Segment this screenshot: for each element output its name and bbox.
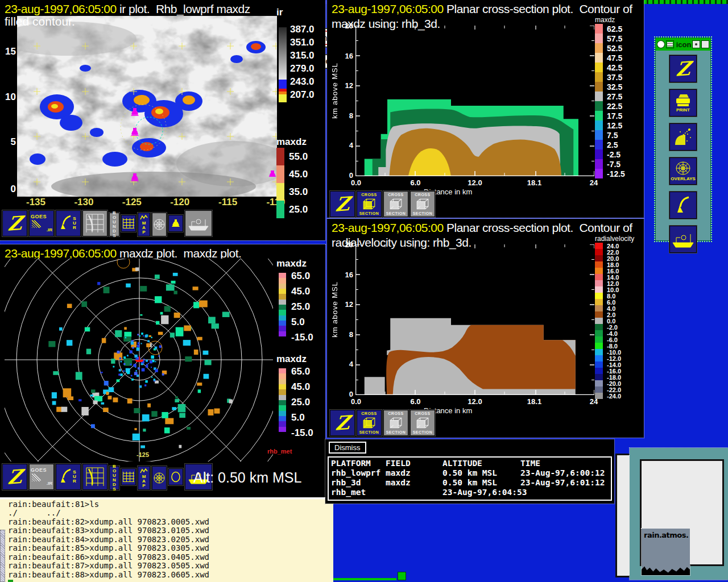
- cross-section-button[interactable]: CROSS SECTION: [410, 410, 435, 436]
- sat-title-time: 23-aug-1997,06:05:00: [5, 2, 117, 15]
- xsec2-xticks: 0.06.012.018.124: [344, 397, 606, 406]
- table-row: rhb_lowprfmaxdz0.50 km MSL23-Aug-97,6:00…: [331, 468, 611, 478]
- ship-icon: [672, 230, 694, 248]
- satellite-dish-icon: [32, 220, 41, 228]
- xsec1-ylabel: km above MSL: [330, 63, 338, 119]
- sat-maxdz-colorbar: maxdz 55.0 45.0 35.0 25.0: [276, 136, 308, 218]
- xsec1-plot: [355, 26, 594, 176]
- ship-button[interactable]: [669, 226, 697, 253]
- small-grid-icon: [123, 218, 134, 228]
- altitude-readout: Alt: 0.50 km MSL: [193, 469, 301, 486]
- goes-ir-button[interactable]: GOES.IR: [29, 210, 54, 236]
- window-resize-button[interactable]: [701, 40, 709, 48]
- small-grid-button[interactable]: [121, 215, 136, 232]
- xsec2-toolbar: Z CROSS SECTION CROSS SECTION CROSS SECT…: [330, 410, 435, 436]
- satellite-dish-icon: [32, 473, 41, 481]
- radar-antenna-icon: [676, 195, 690, 215]
- overlay-rings-button[interactable]: [152, 466, 167, 490]
- xsec2-ylabel: km above MSL: [330, 281, 338, 338]
- zebra-logo-button[interactable]: Z: [330, 410, 355, 436]
- terminal-output: rain:beaufait:80>cd 970823rain:beaufait:…: [8, 491, 209, 579]
- table-row: rhb_3dmaxdz0.50 km MSL23-Aug-97,6:01:12: [331, 478, 611, 488]
- platform-status-table: PLATFORMFIELDALTITUDETIME rhb_lowprfmaxd…: [328, 456, 612, 501]
- satellite-button[interactable]: [669, 123, 697, 151]
- zebra-z-icon: Z: [334, 413, 350, 433]
- overlay-rings-button[interactable]: [152, 213, 167, 236]
- zebra-z-icon: Z: [675, 59, 690, 79]
- cross-section-button-active[interactable]: CROSS SECTION: [357, 410, 382, 436]
- sat-ytick: 15: [2, 46, 16, 57]
- window-menu-button[interactable]: [666, 40, 674, 48]
- icon-label: rain.atmos.: [642, 529, 690, 539]
- zebra-z-icon: Z: [7, 467, 22, 487]
- radar-range-ring-label: -125: [136, 451, 149, 458]
- xterm-window[interactable]: rain:beaufait:80>cd 970823rain:beaufait:…: [0, 490, 333, 582]
- window-dot-button[interactable]: [657, 40, 665, 48]
- table-body: rhb_lowprfmaxdz0.50 km MSL23-Aug-97,6:00…: [331, 468, 611, 497]
- bounds-button[interactable]: BOUNDS: [109, 466, 119, 490]
- radar-antenna-icon: [60, 214, 72, 232]
- zebra-z-icon: Z: [7, 213, 22, 234]
- popup-dismiss-button[interactable]: Dismiss: [329, 442, 366, 454]
- grid-display-button[interactable]: [82, 210, 107, 236]
- sat-longitude-axis: -135-130-125-120-115-110: [22, 197, 290, 208]
- surveillance-radar-button[interactable]: SUR: [56, 210, 81, 236]
- zebra-logo-button[interactable]: Z: [330, 191, 355, 217]
- buoy-icon: [171, 218, 180, 228]
- ir-colorbar-label: ir: [276, 7, 324, 18]
- sat-toolbar: Z GOES.IR SUR BOUNDS MAP: [2, 210, 212, 236]
- terminal-cursor: [8, 580, 13, 582]
- printer-icon: [675, 93, 692, 108]
- xsec1-title: 23-aug-1997,06:05:00 Planar cross-sectio…: [327, 0, 644, 16]
- xsec1-yticks: 201612840: [338, 22, 353, 180]
- radar-colorbars: maxdz 65.0 45.0 25.0 5.0 -15.0 maxdz 65.…: [276, 258, 325, 449]
- table-row: rhb_met23-Aug-97,6:04:53: [331, 488, 611, 497]
- xsec-maxdz-window: 23-aug-1997,06:05:00 Planar cross-sectio…: [327, 0, 644, 218]
- polar-grid-icon: [153, 472, 166, 484]
- icon-toolbar-title: icon: [675, 40, 692, 49]
- cross-section-button[interactable]: CROSS SECTION: [410, 191, 435, 217]
- small-grid-icon: [123, 472, 134, 482]
- small-grid-button[interactable]: [121, 468, 136, 485]
- cube-icon: [361, 416, 378, 430]
- map-button[interactable]: MAP: [138, 466, 150, 490]
- xsec2-yticks: 201612840: [338, 240, 353, 398]
- xsec1-toolbar: Z CROSS SECTION CROSS SECTION CROSS SECT…: [330, 191, 435, 217]
- zebra-logo-button[interactable]: Z: [2, 210, 27, 236]
- bounds-button[interactable]: BOUNDS: [109, 213, 119, 236]
- buoy-button[interactable]: [168, 215, 183, 232]
- map-button[interactable]: MAP: [138, 213, 150, 236]
- cube-icon: [387, 416, 404, 430]
- overlays-button[interactable]: OVERLAYS: [669, 157, 697, 185]
- sat-title-main: ir plot. Rhb_lowprf maxdz: [117, 2, 250, 15]
- surveillance-radar-button[interactable]: SUR: [56, 464, 81, 490]
- cross-section-button[interactable]: CROSS SECTION: [383, 410, 408, 436]
- platform-status-popup: Dismiss PLATFORMFIELDALTITUDETIME rhb_lo…: [325, 439, 614, 504]
- overlays-polar-icon: [675, 161, 692, 177]
- zebra-logo-button[interactable]: Z: [2, 464, 27, 490]
- cube-icon: [414, 416, 431, 430]
- ship-icon: [187, 215, 210, 232]
- iconified-rain-atmos-window[interactable]: rain.atmos.: [642, 529, 690, 575]
- goes-ir-button[interactable]: GOES.IR: [29, 464, 54, 490]
- print-button[interactable]: PRINT: [669, 89, 697, 117]
- circle-button[interactable]: [168, 468, 183, 485]
- sat-ir-window: 23-aug-1997,06:05:00 ir plot. Rhb_lowprf…: [0, 0, 325, 240]
- surveillance-radar-button[interactable]: [669, 192, 697, 219]
- ship-button[interactable]: [185, 210, 212, 236]
- grid-display-button[interactable]: [82, 464, 107, 490]
- xsec1-colorbar: maxdz 62.557.552.547.542.537.532.527.522…: [595, 16, 625, 178]
- cube-icon: [414, 197, 431, 211]
- desktop: 23-aug-1997,06:05:00 ir plot. Rhb_lowprf…: [0, 0, 728, 582]
- cross-section-button-active[interactable]: CROSS SECTION: [357, 191, 382, 217]
- zebra-logo-button[interactable]: Z: [669, 55, 697, 82]
- radar-ppi-display: [5, 259, 273, 462]
- cross-section-button[interactable]: CROSS SECTION: [383, 191, 408, 217]
- window-iconify-button[interactable]: [692, 40, 700, 48]
- xsec2-title: 23-aug-1997,06:05:00 Planar cross-sectio…: [327, 219, 644, 235]
- sat-ytick: 10: [2, 92, 16, 103]
- radar-toolbar: Z GOES.IR SUR BOUNDS MAP: [2, 464, 212, 490]
- zebra-z-icon: Z: [334, 194, 350, 214]
- terminal-scrollbar[interactable]: [0, 530, 5, 582]
- icon-toolbar-window: icon Z PRINT OVERLAYS: [655, 38, 711, 241]
